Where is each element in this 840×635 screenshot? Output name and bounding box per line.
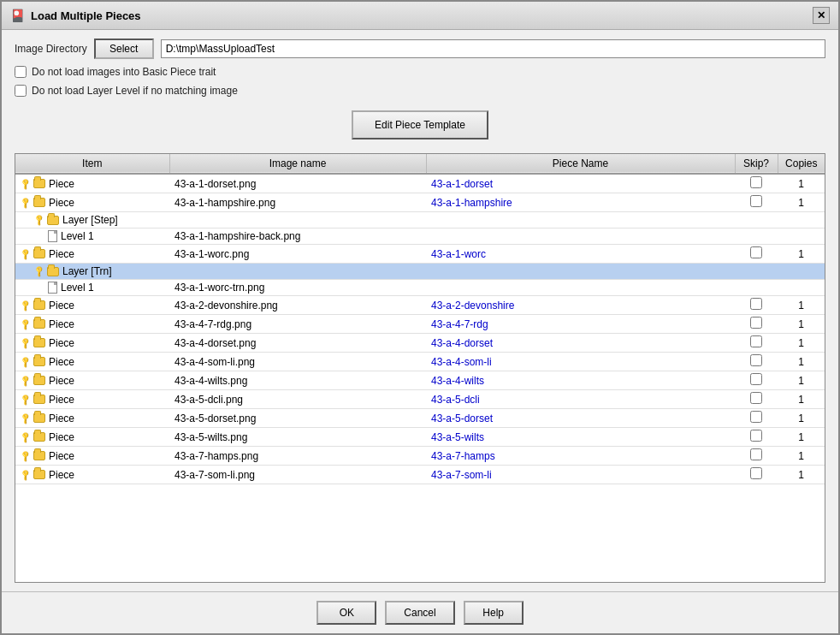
- no-layer-checkbox[interactable]: [15, 85, 27, 97]
- copies-cell: 1: [778, 447, 825, 466]
- key-icon: 🔑: [19, 430, 32, 443]
- folder-icon: [33, 319, 45, 329]
- item-label: Piece: [49, 318, 74, 330]
- item-label: Level 1: [61, 230, 94, 242]
- folder-icon: [33, 357, 45, 366]
- piece-name-link[interactable]: 43-a-4-som-li: [431, 356, 492, 368]
- piece-name-link[interactable]: 43-a-1-hampshire: [431, 197, 512, 209]
- skip-cell: [735, 409, 778, 428]
- ok-button[interactable]: OK: [316, 601, 376, 625]
- copies-cell: 1: [778, 174, 825, 193]
- image-name-cell: 43-a-5-dorset.png: [169, 409, 426, 428]
- copies-cell: 1: [778, 390, 825, 409]
- piece-name-cell: 43-a-5-dcli: [426, 390, 735, 409]
- checkbox2-row: Do not load Layer Level if no matching i…: [15, 85, 825, 97]
- edit-template-button[interactable]: Edit Piece Template: [352, 110, 488, 139]
- table-row[interactable]: 🔑Piece43-a-5-wilts.png43-a-5-wilts1: [15, 428, 825, 447]
- skip-checkbox[interactable]: [750, 195, 762, 207]
- piece-name-link[interactable]: 43-a-4-7-rdg: [431, 318, 488, 330]
- dialog-body: Image Directory Select Do not load image…: [2, 30, 838, 591]
- table-row[interactable]: 🔑Piece43-a-4-wilts.png43-a-4-wilts1: [15, 371, 825, 390]
- title-bar: 🎴 Load Multiple Pieces ✕: [2, 2, 838, 30]
- folder-icon: [33, 376, 45, 385]
- table-row[interactable]: 🔑Piece43-a-4-som-li.png43-a-4-som-li1: [15, 353, 825, 371]
- skip-cell: [735, 447, 778, 466]
- table-row[interactable]: Level 143-a-1-hampshire-back.png: [15, 228, 825, 245]
- header-piece: Piece Name: [426, 154, 735, 174]
- folder-icon: [33, 470, 45, 479]
- piece-name-link[interactable]: 43-a-7-hamps: [431, 450, 495, 462]
- image-name-cell: 43-a-7-som-li.png: [169, 466, 426, 484]
- close-button[interactable]: ✕: [813, 7, 830, 24]
- skip-cell: [735, 174, 778, 193]
- piece-name-link[interactable]: 43-a-4-wilts: [431, 375, 484, 387]
- table-row[interactable]: 🔑Piece43-a-7-hamps.png43-a-7-hamps1: [15, 447, 825, 466]
- image-name-cell: 43-a-5-wilts.png: [169, 428, 426, 447]
- piece-name-link[interactable]: 43-a-5-wilts: [431, 431, 484, 443]
- directory-path-input[interactable]: [161, 39, 825, 58]
- table-row[interactable]: 🔑Piece43-a-1-dorset.png43-a-1-dorset1: [15, 174, 825, 193]
- skip-checkbox[interactable]: [750, 411, 762, 423]
- skip-checkbox[interactable]: [750, 392, 762, 404]
- copies-cell: 1: [778, 296, 825, 315]
- folder-icon: [47, 216, 59, 225]
- skip-checkbox[interactable]: [750, 448, 762, 460]
- table-row[interactable]: 🔑Layer [Step]: [15, 212, 825, 228]
- skip-checkbox[interactable]: [750, 335, 762, 347]
- piece-name-link[interactable]: 43-a-1-worc: [431, 248, 486, 260]
- piece-name-cell: [426, 264, 735, 280]
- skip-checkbox[interactable]: [750, 298, 762, 310]
- table-row[interactable]: Level 143-a-1-worc-trn.png: [15, 280, 825, 296]
- folder-icon: [47, 267, 59, 276]
- skip-cell: [735, 280, 778, 296]
- table-row[interactable]: 🔑Layer [Trn]: [15, 264, 825, 280]
- skip-cell: [735, 296, 778, 315]
- piece-name-link[interactable]: 43-a-5-dorset: [431, 412, 493, 424]
- piece-name-cell: 43-a-4-wilts: [426, 371, 735, 390]
- table-row[interactable]: 🔑Piece43-a-7-som-li.png43-a-7-som-li1: [15, 466, 825, 484]
- piece-name-cell: [426, 228, 735, 245]
- copies-cell: 1: [778, 428, 825, 447]
- skip-checkbox[interactable]: [750, 176, 762, 188]
- header-image: Image name: [169, 154, 426, 174]
- table-row[interactable]: 🔑Piece43-a-2-devonshire.png43-a-2-devons…: [15, 296, 825, 315]
- item-label: Piece: [49, 337, 74, 349]
- piece-name-link[interactable]: 43-a-4-dorset: [431, 337, 493, 349]
- copies-cell: 1: [778, 353, 825, 371]
- item-label: Piece: [49, 178, 74, 190]
- checkbox2-label: Do not load Layer Level if no matching i…: [32, 85, 238, 97]
- table-row[interactable]: 🔑Piece43-a-1-hampshire.png43-a-1-hampshi…: [15, 193, 825, 212]
- table-row[interactable]: 🔑Piece43-a-4-7-rdg.png43-a-4-7-rdg1: [15, 315, 825, 334]
- table-row[interactable]: 🔑Piece43-a-5-dorset.png43-a-5-dorset1: [15, 409, 825, 428]
- table-row[interactable]: 🔑Piece43-a-4-dorset.png43-a-4-dorset1: [15, 334, 825, 353]
- no-image-checkbox[interactable]: [15, 66, 27, 78]
- piece-name-link[interactable]: 43-a-5-dcli: [431, 394, 480, 406]
- table-row[interactable]: 🔑Piece43-a-1-worc.png43-a-1-worc1: [15, 245, 825, 264]
- skip-cell: [735, 390, 778, 409]
- pieces-table-container[interactable]: Item Image name Piece Name Skip? Copies …: [15, 153, 825, 583]
- skip-checkbox[interactable]: [750, 317, 762, 329]
- image-name-cell: [169, 264, 426, 280]
- skip-checkbox[interactable]: [750, 467, 762, 479]
- cancel-button[interactable]: Cancel: [385, 601, 454, 625]
- image-name-cell: [169, 212, 426, 228]
- folder-icon: [33, 413, 45, 423]
- piece-name-link[interactable]: 43-a-2-devonshire: [431, 300, 514, 312]
- select-button[interactable]: Select: [94, 39, 154, 59]
- skip-cell: [735, 245, 778, 264]
- piece-name-cell: 43-a-4-dorset: [426, 334, 735, 353]
- piece-name-link[interactable]: 43-a-1-dorset: [431, 178, 493, 190]
- piece-name-cell: 43-a-1-worc: [426, 245, 735, 264]
- skip-checkbox[interactable]: [750, 373, 762, 385]
- piece-name-cell: [426, 280, 735, 296]
- key-icon: 🔑: [19, 196, 32, 209]
- skip-checkbox[interactable]: [750, 430, 762, 442]
- table-row[interactable]: 🔑Piece43-a-5-dcli.png43-a-5-dcli1: [15, 390, 825, 409]
- help-button[interactable]: Help: [464, 601, 524, 625]
- skip-checkbox[interactable]: [750, 246, 762, 258]
- piece-name-link[interactable]: 43-a-7-som-li: [431, 469, 492, 481]
- image-name-cell: 43-a-4-7-rdg.png: [169, 315, 426, 334]
- image-name-cell: 43-a-7-hamps.png: [169, 447, 426, 466]
- key-icon: 🔑: [19, 336, 32, 349]
- skip-checkbox[interactable]: [750, 354, 762, 366]
